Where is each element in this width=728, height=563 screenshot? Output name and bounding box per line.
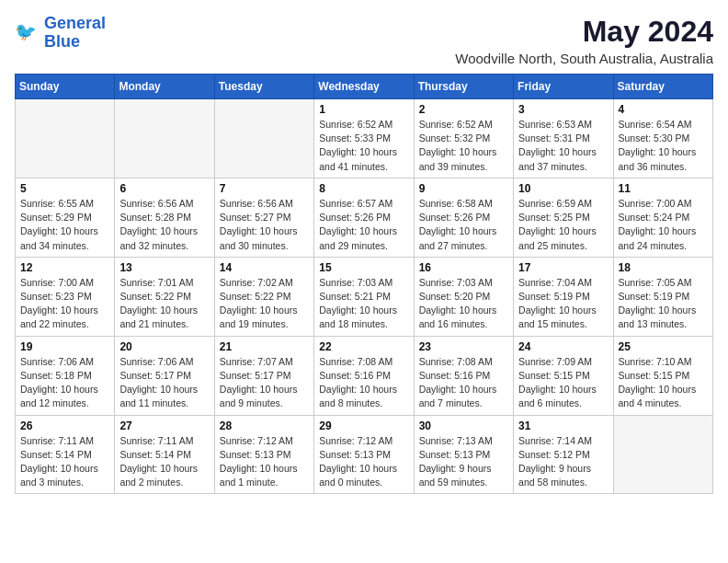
calendar-cell: 21Sunrise: 7:07 AMSunset: 5:17 PMDayligh… <box>214 336 313 415</box>
calendar-cell: 29Sunrise: 7:12 AMSunset: 5:13 PMDayligh… <box>314 415 414 494</box>
day-number: 9 <box>419 182 508 195</box>
day-info: Sunrise: 6:59 AMSunset: 5:25 PMDaylight:… <box>518 197 608 253</box>
day-info: Sunrise: 7:05 AMSunset: 5:19 PMDaylight:… <box>619 276 708 332</box>
day-info: Sunrise: 7:06 AMSunset: 5:17 PMDaylight:… <box>119 355 209 411</box>
day-info: Sunrise: 6:56 AMSunset: 5:28 PMDaylight:… <box>119 197 209 253</box>
day-number: 21 <box>220 340 309 353</box>
calendar-cell: 17Sunrise: 7:04 AMSunset: 5:19 PMDayligh… <box>514 257 613 336</box>
day-number: 6 <box>119 182 209 195</box>
day-info: Sunrise: 7:13 AMSunset: 5:13 PMDaylight:… <box>419 434 508 490</box>
weekday-header: Monday <box>115 75 214 99</box>
day-info: Sunrise: 7:08 AMSunset: 5:16 PMDaylight:… <box>319 355 408 411</box>
calendar-cell: 25Sunrise: 7:10 AMSunset: 5:15 PMDayligh… <box>613 336 712 415</box>
calendar-week-row: 12Sunrise: 7:00 AMSunset: 5:23 PMDayligh… <box>16 257 713 336</box>
calendar-cell <box>613 415 712 494</box>
day-number: 3 <box>518 103 608 116</box>
logo-icon: 🐦 <box>15 20 40 46</box>
day-number: 19 <box>20 340 109 353</box>
calendar-cell: 30Sunrise: 7:13 AMSunset: 5:13 PMDayligh… <box>414 415 513 494</box>
calendar-cell: 18Sunrise: 7:05 AMSunset: 5:19 PMDayligh… <box>613 257 712 336</box>
calendar-cell: 8Sunrise: 6:57 AMSunset: 5:26 PMDaylight… <box>314 178 414 257</box>
calendar-cell: 1Sunrise: 6:52 AMSunset: 5:33 PMDaylight… <box>314 99 414 178</box>
svg-text:🐦: 🐦 <box>15 21 38 42</box>
calendar-week-row: 19Sunrise: 7:06 AMSunset: 5:18 PMDayligh… <box>16 336 713 415</box>
day-info: Sunrise: 7:08 AMSunset: 5:16 PMDaylight:… <box>419 355 508 411</box>
calendar-cell: 4Sunrise: 6:54 AMSunset: 5:30 PMDaylight… <box>613 99 712 178</box>
day-info: Sunrise: 6:52 AMSunset: 5:32 PMDaylight:… <box>419 118 508 174</box>
month-year: May 2024 <box>455 15 713 49</box>
day-info: Sunrise: 7:14 AMSunset: 5:12 PMDaylight:… <box>518 434 608 490</box>
day-info: Sunrise: 7:09 AMSunset: 5:15 PMDaylight:… <box>518 355 608 411</box>
day-number: 14 <box>220 261 309 274</box>
day-info: Sunrise: 7:03 AMSunset: 5:20 PMDaylight:… <box>419 276 508 332</box>
calendar-cell: 27Sunrise: 7:11 AMSunset: 5:14 PMDayligh… <box>115 415 214 494</box>
day-info: Sunrise: 7:00 AMSunset: 5:23 PMDaylight:… <box>20 276 109 332</box>
day-info: Sunrise: 7:11 AMSunset: 5:14 PMDaylight:… <box>20 434 109 490</box>
calendar-table: SundayMondayTuesdayWednesdayThursdayFrid… <box>15 74 713 494</box>
day-number: 10 <box>518 182 608 195</box>
day-number: 16 <box>419 261 508 274</box>
day-number: 27 <box>119 419 209 432</box>
calendar-cell <box>214 99 313 178</box>
calendar-cell: 6Sunrise: 6:56 AMSunset: 5:28 PMDaylight… <box>115 178 214 257</box>
day-info: Sunrise: 7:03 AMSunset: 5:21 PMDaylight:… <box>319 276 408 332</box>
day-number: 4 <box>619 103 708 116</box>
calendar-week-row: 26Sunrise: 7:11 AMSunset: 5:14 PMDayligh… <box>16 415 713 494</box>
day-info: Sunrise: 7:11 AMSunset: 5:14 PMDaylight:… <box>119 434 209 490</box>
day-number: 29 <box>319 419 408 432</box>
weekday-header: Tuesday <box>214 75 313 99</box>
day-number: 17 <box>518 261 608 274</box>
day-number: 1 <box>319 103 408 116</box>
calendar-cell <box>115 99 214 178</box>
day-number: 18 <box>619 261 708 274</box>
calendar-cell: 31Sunrise: 7:14 AMSunset: 5:12 PMDayligh… <box>514 415 613 494</box>
day-info: Sunrise: 7:12 AMSunset: 5:13 PMDaylight:… <box>319 434 408 490</box>
calendar-cell: 19Sunrise: 7:06 AMSunset: 5:18 PMDayligh… <box>16 336 115 415</box>
day-number: 15 <box>319 261 408 274</box>
day-number: 8 <box>319 182 408 195</box>
day-number: 5 <box>20 182 109 195</box>
day-number: 30 <box>419 419 508 432</box>
day-info: Sunrise: 7:12 AMSunset: 5:13 PMDaylight:… <box>220 434 309 490</box>
calendar-cell: 13Sunrise: 7:01 AMSunset: 5:22 PMDayligh… <box>115 257 214 336</box>
calendar-cell: 28Sunrise: 7:12 AMSunset: 5:13 PMDayligh… <box>214 415 313 494</box>
day-info: Sunrise: 7:07 AMSunset: 5:17 PMDaylight:… <box>220 355 309 411</box>
day-number: 12 <box>20 261 109 274</box>
calendar-week-row: 1Sunrise: 6:52 AMSunset: 5:33 PMDaylight… <box>16 99 713 178</box>
calendar-cell: 7Sunrise: 6:56 AMSunset: 5:27 PMDaylight… <box>214 178 313 257</box>
day-number: 28 <box>220 419 309 432</box>
calendar-cell: 5Sunrise: 6:55 AMSunset: 5:29 PMDaylight… <box>16 178 115 257</box>
title-block: May 2024 Woodville North, South Australi… <box>455 15 713 66</box>
day-info: Sunrise: 7:01 AMSunset: 5:22 PMDaylight:… <box>119 276 209 332</box>
day-number: 11 <box>619 182 708 195</box>
calendar-cell: 3Sunrise: 6:53 AMSunset: 5:31 PMDaylight… <box>514 99 613 178</box>
calendar-cell: 16Sunrise: 7:03 AMSunset: 5:20 PMDayligh… <box>414 257 513 336</box>
day-number: 24 <box>518 340 608 353</box>
calendar-cell: 24Sunrise: 7:09 AMSunset: 5:15 PMDayligh… <box>514 336 613 415</box>
calendar-cell: 23Sunrise: 7:08 AMSunset: 5:16 PMDayligh… <box>414 336 513 415</box>
day-info: Sunrise: 7:00 AMSunset: 5:24 PMDaylight:… <box>619 197 708 253</box>
day-number: 20 <box>119 340 209 353</box>
day-info: Sunrise: 7:04 AMSunset: 5:19 PMDaylight:… <box>518 276 608 332</box>
day-number: 26 <box>20 419 109 432</box>
day-number: 7 <box>220 182 309 195</box>
weekday-header: Friday <box>514 75 613 99</box>
weekday-header-row: SundayMondayTuesdayWednesdayThursdayFrid… <box>16 75 713 99</box>
day-number: 23 <box>419 340 508 353</box>
logo: 🐦 GeneralBlue <box>15 15 106 52</box>
day-info: Sunrise: 6:58 AMSunset: 5:26 PMDaylight:… <box>419 197 508 253</box>
day-info: Sunrise: 7:02 AMSunset: 5:22 PMDaylight:… <box>220 276 309 332</box>
weekday-header: Sunday <box>16 75 115 99</box>
day-number: 22 <box>319 340 408 353</box>
day-number: 2 <box>419 103 508 116</box>
logo-text: GeneralBlue <box>44 15 106 52</box>
calendar-cell: 14Sunrise: 7:02 AMSunset: 5:22 PMDayligh… <box>214 257 313 336</box>
day-info: Sunrise: 7:06 AMSunset: 5:18 PMDaylight:… <box>20 355 109 411</box>
day-info: Sunrise: 6:52 AMSunset: 5:33 PMDaylight:… <box>319 118 408 174</box>
day-number: 13 <box>119 261 209 274</box>
calendar-cell: 10Sunrise: 6:59 AMSunset: 5:25 PMDayligh… <box>514 178 613 257</box>
day-number: 25 <box>619 340 708 353</box>
calendar-cell: 22Sunrise: 7:08 AMSunset: 5:16 PMDayligh… <box>314 336 414 415</box>
calendar-cell <box>16 99 115 178</box>
calendar-cell: 20Sunrise: 7:06 AMSunset: 5:17 PMDayligh… <box>115 336 214 415</box>
